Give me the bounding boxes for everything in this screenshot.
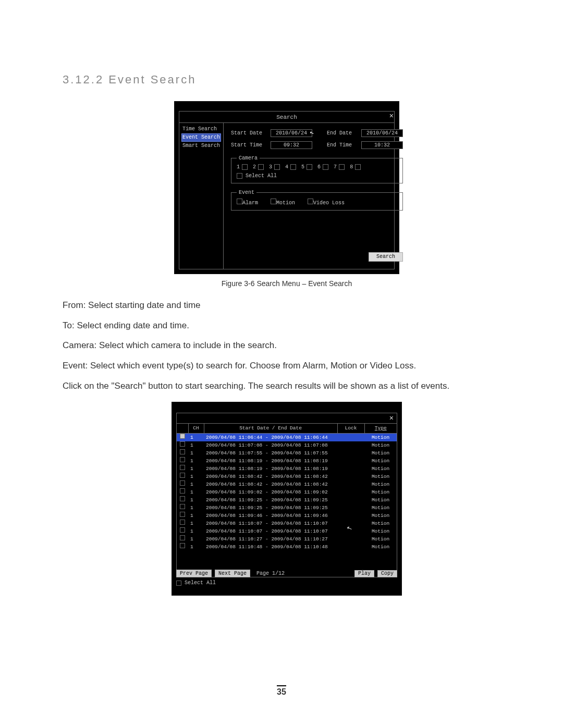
screenshot-results: × ↖ CH Start Date / End Date Lock Type 1… [172, 402, 402, 596]
row-checkbox[interactable] [180, 512, 185, 517]
start-time-field[interactable]: 09:32 [271, 141, 312, 149]
camera-group: Camera 12345678 Select All [231, 155, 403, 183]
next-page-button[interactable]: Next Page [215, 570, 250, 577]
row-ch: 1 [188, 512, 204, 520]
row-checkbox[interactable] [180, 434, 185, 439]
sidebar-item-event-search[interactable]: Event Search [181, 133, 221, 142]
camera-5-checkbox[interactable]: 5 [301, 164, 312, 170]
row-ch: 1 [188, 449, 204, 457]
row-lock [337, 512, 364, 520]
row-lock [337, 441, 364, 449]
p5b: " button to start searching. The search … [142, 381, 449, 391]
row-lock [337, 504, 364, 512]
end-date-label: End Date [327, 130, 358, 136]
table-row[interactable]: 12009/04/08 11:07:08 - 2009/04/08 11:07:… [177, 441, 397, 449]
section-heading: 3.12.2 Event Search [63, 73, 511, 87]
camera-4-checkbox[interactable]: 4 [285, 164, 296, 170]
row-checkbox[interactable] [180, 535, 185, 540]
camera-3-checkbox[interactable]: 3 [269, 164, 280, 170]
close-icon[interactable]: × [389, 112, 394, 119]
table-row[interactable]: 12009/04/08 11:09:46 - 2009/04/08 11:09:… [177, 512, 397, 520]
select-all-results-label: Select All [185, 579, 216, 587]
row-lock [337, 457, 364, 465]
table-row[interactable]: 12009/04/08 11:06:44 - 2009/04/08 11:06:… [177, 434, 397, 442]
start-date-label: Start Date [231, 130, 267, 136]
search-button[interactable]: Search [369, 252, 403, 262]
row-type: Motion [364, 488, 397, 496]
row-checkbox[interactable] [180, 473, 185, 478]
row-ch: 1 [188, 496, 204, 504]
table-row[interactable]: 12009/04/08 11:08:19 - 2009/04/08 11:08:… [177, 457, 397, 465]
search-word: Search [115, 381, 143, 391]
row-type: Motion [364, 449, 397, 457]
row-date-range: 2009/04/08 11:10:48 - 2009/04/08 11:10:4… [204, 543, 337, 551]
row-type: Motion [364, 434, 397, 442]
camera-2-checkbox[interactable]: 2 [253, 164, 264, 170]
close-icon[interactable]: × [389, 414, 397, 422]
row-lock [337, 480, 364, 488]
row-type: Motion [364, 543, 397, 551]
select-all-results-checkbox[interactable] [176, 581, 181, 586]
row-checkbox[interactable] [180, 488, 185, 493]
table-row[interactable]: 12009/04/08 11:10:48 - 2009/04/08 11:10:… [177, 543, 397, 551]
row-checkbox[interactable] [180, 449, 185, 454]
row-checkbox[interactable] [180, 504, 185, 509]
row-lock [337, 434, 364, 442]
row-date-range: 2009/04/08 11:07:08 - 2009/04/08 11:07:0… [204, 441, 337, 449]
section-number: 3.12.2 [63, 73, 104, 87]
row-checkbox[interactable] [180, 496, 185, 501]
table-row[interactable]: 12009/04/08 11:08:19 - 2009/04/08 11:08:… [177, 465, 397, 473]
play-button[interactable]: Play [354, 570, 374, 577]
camera-7-checkbox[interactable]: 7 [334, 164, 345, 170]
camera-1-checkbox[interactable]: 1 [237, 164, 248, 170]
start-date-field[interactable]: 2010/06/24 [271, 129, 312, 137]
table-row[interactable]: 12009/04/08 11:08:42 - 2009/04/08 11:08:… [177, 473, 397, 480]
row-date-range: 2009/04/08 11:09:46 - 2009/04/08 11:09:4… [204, 512, 337, 520]
row-type: Motion [364, 465, 397, 473]
event-video-loss-option[interactable]: Video Loss [308, 199, 345, 206]
row-checkbox[interactable] [180, 457, 185, 462]
copy-button[interactable]: Copy [377, 570, 397, 577]
camera-8-checkbox[interactable]: 8 [350, 164, 361, 170]
row-checkbox[interactable] [180, 480, 185, 486]
camera-legend: Camera [237, 155, 260, 161]
body-text: From: Select starting date and time To: … [63, 299, 511, 392]
row-type: Motion [364, 496, 397, 504]
sidebar-item-time-search[interactable]: Time Search [181, 125, 221, 133]
row-checkbox[interactable] [180, 527, 185, 533]
event-alarm-option[interactable]: Alarm [237, 199, 258, 206]
table-row[interactable]: 12009/04/08 11:09:25 - 2009/04/08 11:09:… [177, 496, 397, 504]
sidebar-item-smart-search[interactable]: Smart Search [181, 142, 221, 150]
row-checkbox[interactable] [180, 465, 185, 470]
p5a: Click on the " [63, 381, 115, 391]
row-checkbox[interactable] [180, 520, 185, 525]
camera-label: Camera: [63, 340, 96, 350]
table-row[interactable]: 12009/04/08 11:10:27 - 2009/04/08 11:10:… [177, 535, 397, 543]
table-row[interactable]: 12009/04/08 11:09:02 - 2009/04/08 11:09:… [177, 488, 397, 496]
col-type: Type [364, 424, 397, 434]
row-date-range: 2009/04/08 11:08:42 - 2009/04/08 11:08:4… [204, 480, 337, 488]
row-checkbox[interactable] [180, 441, 185, 447]
event-motion-option[interactable]: Motion [271, 199, 295, 206]
table-row[interactable]: 12009/04/08 11:07:55 - 2009/04/08 11:07:… [177, 449, 397, 457]
table-row[interactable]: 12009/04/08 11:10:07 - 2009/04/08 11:10:… [177, 527, 397, 535]
select-all-cameras-checkbox[interactable] [237, 173, 242, 179]
event-desc: Select which event type(s) to search for… [88, 361, 416, 371]
end-time-field[interactable]: 10:32 [361, 141, 403, 149]
row-lock [337, 473, 364, 480]
section-title: Event Search [108, 73, 196, 86]
end-date-field[interactable]: 2010/06/24 [361, 129, 403, 137]
camera-6-checkbox[interactable]: 6 [317, 164, 328, 170]
row-type: Motion [364, 480, 397, 488]
row-ch: 1 [188, 473, 204, 480]
prev-page-button[interactable]: Prev Page [176, 570, 212, 577]
end-time-label: End Time [327, 142, 358, 148]
table-row[interactable]: 12009/04/08 11:09:25 - 2009/04/08 11:09:… [177, 504, 397, 512]
row-date-range: 2009/04/08 11:06:44 - 2009/04/08 11:06:4… [204, 434, 337, 442]
row-date-range: 2009/04/08 11:08:19 - 2009/04/08 11:08:1… [204, 465, 337, 473]
row-lock [337, 488, 364, 496]
table-row[interactable]: 12009/04/08 11:10:07 - 2009/04/08 11:10:… [177, 520, 397, 527]
from-label: From: [63, 300, 85, 310]
row-checkbox[interactable] [180, 543, 185, 548]
table-row[interactable]: 12009/04/08 11:08:42 - 2009/04/08 11:08:… [177, 480, 397, 488]
